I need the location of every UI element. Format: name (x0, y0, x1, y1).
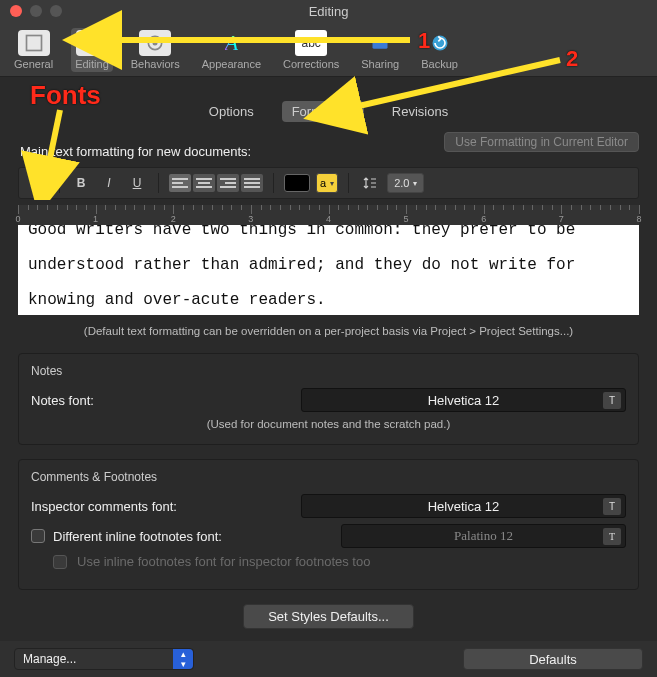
window-titlebar: Editing (0, 0, 657, 22)
set-styles-defaults-button[interactable]: Set Styles Defaults... (243, 604, 414, 629)
notes-hint: (Used for document notes and the scratch… (31, 418, 626, 430)
inspector-font-label: Inspector comments font: (31, 499, 291, 514)
notes-font-label: Notes font: (31, 393, 291, 408)
editor-preview: Good writers have two things in common: … (18, 225, 639, 315)
font-picker-icon: T (603, 528, 621, 545)
close-icon[interactable] (10, 5, 22, 17)
sub-tabbar: Options Formatting Revisions (18, 87, 639, 132)
comments-panel: Comments & Footnotes Inspector comments … (18, 459, 639, 590)
svg-rect-6 (373, 37, 388, 49)
font-picker[interactable]: Aa (27, 172, 49, 194)
bold-button[interactable]: B (70, 172, 92, 194)
footer: Manage... ▴▾ Defaults (0, 641, 657, 677)
ruler[interactable]: 012345678 (18, 205, 639, 225)
text-color-picker[interactable] (284, 174, 310, 192)
editing-icon (76, 30, 108, 56)
use-inline-label: Use inline footnotes font for inspector … (77, 554, 370, 569)
tab-appearance[interactable]: A Appearance (198, 28, 265, 72)
tab-editing[interactable]: Editing (71, 28, 113, 72)
tab-label: Editing (75, 58, 109, 70)
underline-button[interactable]: U (126, 172, 148, 194)
align-center-button[interactable] (193, 174, 215, 192)
manage-select[interactable]: Manage... ▴▾ (14, 648, 194, 670)
general-icon (18, 30, 50, 56)
corrections-icon: abc (295, 30, 327, 56)
align-left-button[interactable] (169, 174, 191, 192)
behaviors-icon (139, 30, 171, 56)
tab-behaviors[interactable]: Behaviors (127, 28, 184, 72)
tab-label: Appearance (202, 58, 261, 70)
tab-formatting[interactable]: Formatting (282, 101, 364, 122)
appearance-icon: A (215, 30, 247, 56)
svg-point-5 (153, 41, 158, 46)
default-hint: (Default text formatting can be overridd… (18, 325, 639, 337)
window-title: Editing (309, 4, 349, 19)
align-justify-button[interactable] (241, 174, 263, 192)
different-footnotes-checkbox[interactable] (31, 529, 45, 543)
chevron-updown-icon: ▴▾ (173, 649, 193, 669)
notes-title: Notes (31, 364, 626, 378)
tab-label: General (14, 58, 53, 70)
use-inline-checkbox (53, 555, 67, 569)
tab-label: Corrections (283, 58, 339, 70)
tab-options[interactable]: Options (199, 101, 264, 122)
tab-label: Behaviors (131, 58, 180, 70)
align-right-button[interactable] (217, 174, 239, 192)
notes-panel: Notes Notes font: Helvetica 12 T (Used f… (18, 353, 639, 445)
font-picker-icon[interactable]: T (603, 392, 621, 409)
comments-title: Comments & Footnotes (31, 470, 626, 484)
italic-button[interactable]: I (98, 172, 120, 194)
use-formatting-current-button[interactable]: Use Formatting in Current Editor (444, 132, 639, 152)
line-spacing-field[interactable]: 2.0▾ (387, 173, 424, 193)
footnotes-font-field: Palatino 12 T (341, 524, 626, 548)
minimize-icon[interactable] (30, 5, 42, 17)
align-group (169, 174, 263, 192)
font-picker-icon[interactable]: T (603, 498, 621, 515)
maximize-icon[interactable] (50, 5, 62, 17)
notes-font-field[interactable]: Helvetica 12 T (301, 388, 626, 412)
tab-sharing[interactable]: Sharing (357, 28, 403, 72)
tab-label: Backup (421, 58, 458, 70)
sharing-icon (364, 30, 396, 56)
defaults-button[interactable]: Defaults (463, 648, 643, 670)
svg-rect-3 (26, 36, 41, 51)
tab-label: Sharing (361, 58, 399, 70)
tab-backup[interactable]: Backup (417, 28, 462, 72)
line-spacing-icon[interactable] (359, 172, 381, 194)
tab-corrections[interactable]: abc Corrections (279, 28, 343, 72)
format-toolbar: Aa B I U a▾ 2.0▾ (18, 167, 639, 199)
different-footnotes-label: Different inline footnotes font: (53, 529, 222, 544)
tab-general[interactable]: General (10, 28, 57, 72)
tab-revisions[interactable]: Revisions (382, 101, 458, 122)
highlight-picker[interactable]: a▾ (316, 173, 338, 193)
backup-icon (424, 30, 456, 56)
inspector-font-field[interactable]: Helvetica 12 T (301, 494, 626, 518)
preferences-toolbar: General Editing Behaviors A Appearance a… (0, 22, 657, 77)
